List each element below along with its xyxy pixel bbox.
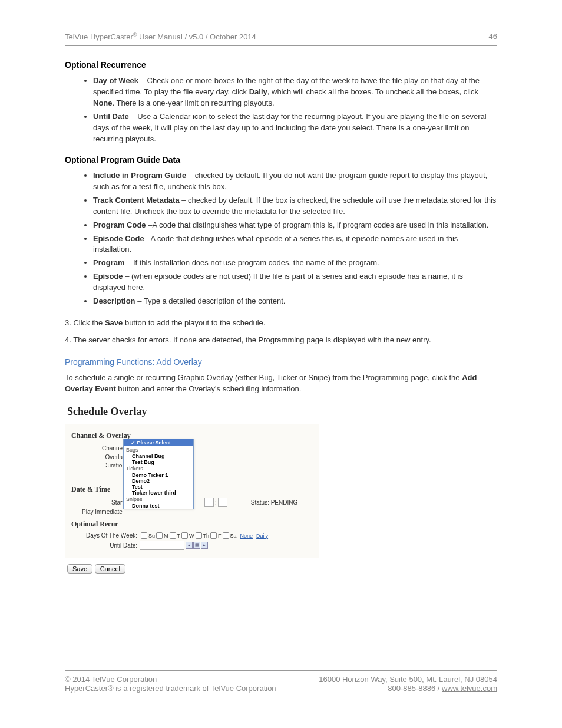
dropdown-item[interactable]: Demo2 <box>124 478 193 484</box>
cancel-button[interactable]: Cancel <box>95 564 125 574</box>
day-m-label: M <box>164 533 168 539</box>
dropdown-group-bugs: Bugs <box>124 446 193 453</box>
list-item: Episode – (when episode codes are not us… <box>93 271 497 294</box>
heading-optional-recurrence: Optional Recurrence <box>65 60 497 70</box>
play-immediate-label: Play Immediate <box>82 509 123 515</box>
page-number: 46 <box>489 32 497 41</box>
day-m-checkbox[interactable] <box>156 532 163 539</box>
heading-program-guide: Optional Program Guide Data <box>65 155 497 164</box>
page-footer: © 2014 TelVue Corporation 16000 Horizon … <box>65 667 497 693</box>
day-w-label: W <box>189 533 194 539</box>
list-item: Episode Code –A code that distinguishes … <box>93 233 497 256</box>
dropdown-item[interactable]: Ticker lower third <box>124 490 193 496</box>
dropdown-group-snipes: Snipes <box>124 496 193 503</box>
footer-trademark: HyperCaster® is a registered trademark o… <box>65 684 276 693</box>
schedule-overlay-title: Schedule Overlay <box>67 406 497 418</box>
until-date-label: Until Date: <box>71 542 140 549</box>
none-link[interactable]: None <box>240 533 253 539</box>
day-su-checkbox[interactable] <box>141 532 147 539</box>
start-label: Start: <box>71 499 128 506</box>
footer-address: 16000 Horizon Way, Suite 500, Mt. Laurel… <box>319 675 497 684</box>
list-item: Include in Program Guide – checked by de… <box>93 170 497 193</box>
section-optional-recur: Optional Recur <box>71 520 313 529</box>
until-date-input[interactable] <box>140 541 184 550</box>
header-rule <box>65 45 497 46</box>
list-item: Day of Week – Check one or more boxes to… <box>93 75 497 109</box>
list-item: Description – Type a detailed descriptio… <box>93 296 497 307</box>
calendar-icon[interactable]: ▦ <box>193 542 200 549</box>
overlay-intro: To schedule a single or recurring Graphi… <box>65 373 497 395</box>
program-guide-list: Include in Program Guide – checked by de… <box>93 170 497 307</box>
channel-label: Channel: <box>71 445 128 452</box>
footer-contact: 800-885-8886 / www.telvue.com <box>388 684 497 693</box>
overlay-dropdown[interactable]: ✓ Please Select Bugs Channel Bug Test Bu… <box>123 439 194 509</box>
day-th-label: Th <box>203 533 210 539</box>
page-header: TelVue HyperCaster® User Manual / v5.0 /… <box>65 32 497 41</box>
day-w-checkbox[interactable] <box>181 532 188 539</box>
dropdown-selected[interactable]: ✓ Please Select <box>124 439 193 446</box>
dropdown-item[interactable]: Channel Bug <box>124 453 193 459</box>
recurrence-list: Day of Week – Check one or more boxes to… <box>93 75 497 144</box>
calendar-prev-icon[interactable]: ◂ <box>186 542 193 549</box>
step-4: 4. The server checks for errors. If none… <box>65 335 497 346</box>
footer-copyright: © 2014 TelVue Corporation <box>65 675 157 684</box>
status-label: Status: PENDING <box>251 499 297 506</box>
day-f-label: F <box>218 533 222 539</box>
day-su-label: Su <box>148 533 155 539</box>
day-sa-checkbox[interactable] <box>223 532 229 539</box>
calendar-next-icon[interactable]: ▸ <box>201 542 208 549</box>
dropdown-item[interactable]: Test <box>124 484 193 490</box>
overlay-label: Overlay <box>71 454 128 460</box>
day-th-checkbox[interactable] <box>196 532 202 539</box>
subheading-add-overlay: Programming Functions: Add Overlay <box>65 357 497 367</box>
list-item: Program Code –A code that distinguishes … <box>93 220 497 231</box>
save-button[interactable]: Save <box>67 564 92 574</box>
list-item: Until Date – Use a Calendar icon to sele… <box>93 111 497 145</box>
list-item: Program – If this installation does not … <box>93 258 497 269</box>
dropdown-group-tickers: Tickers <box>124 465 193 472</box>
header-left: TelVue HyperCaster® User Manual / v5.0 /… <box>65 32 256 41</box>
day-sa-label: Sa <box>230 533 237 539</box>
days-of-week-label: Days Of The Week: <box>71 532 140 539</box>
schedule-overlay-panel: Channel & Overlay Channel: Channel 1 Ove… <box>65 424 319 558</box>
day-t-label: T <box>177 533 181 539</box>
day-f-checkbox[interactable] <box>210 532 217 539</box>
duration-label: Duration <box>71 462 128 469</box>
footer-url-link[interactable]: www.telvue.com <box>442 684 497 693</box>
dropdown-item[interactable]: Donna test <box>124 503 193 509</box>
step-3: 3. Click the Save button to add the play… <box>65 318 497 329</box>
start-min-input[interactable] <box>218 498 227 507</box>
start-hour-input[interactable] <box>204 498 214 507</box>
daily-link[interactable]: Daily <box>256 533 268 539</box>
dropdown-item[interactable]: Demo Ticker 1 <box>124 472 193 478</box>
dropdown-item[interactable]: Test Bug <box>124 459 193 465</box>
day-t-checkbox[interactable] <box>170 532 176 539</box>
list-item: Track Content Metadata – checked by defa… <box>93 195 497 218</box>
